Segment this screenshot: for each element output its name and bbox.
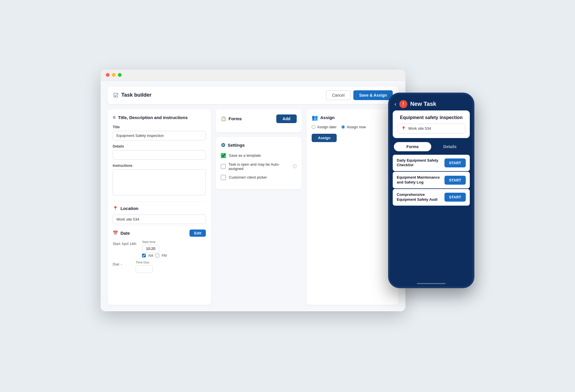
phone-form-item-1: Daily Equipment Safety Checklist START [393, 155, 470, 171]
traffic-light-red[interactable] [106, 73, 110, 77]
window-body: ☑ Task builder Cancel Save & Assign ≡ Ti… [101, 81, 405, 311]
ampm-row: AM PM [142, 254, 167, 258]
phone-back-button[interactable]: ‹ [394, 101, 396, 107]
auto-assign-checkbox[interactable] [221, 164, 226, 169]
location-input[interactable] [113, 215, 206, 224]
title-label: Title [113, 125, 206, 129]
app-header: ☑ Task builder Cancel Save & Assign [108, 86, 398, 104]
title-section-label: Title, Description and instructions [118, 115, 188, 120]
traffic-light-green[interactable] [118, 73, 122, 77]
settings-label: Settings [228, 143, 245, 148]
phone-form-start-2[interactable]: START [444, 176, 466, 185]
add-form-button[interactable]: Add [276, 114, 297, 123]
assign-button[interactable]: Assign [312, 134, 337, 142]
phone-tabs: Forms Details [393, 141, 470, 152]
location-icon: 📍 [113, 206, 118, 211]
phone-notch [420, 94, 443, 100]
am-label: AM [148, 254, 153, 258]
home-bar [417, 283, 446, 284]
start-label: Start: April 14th [113, 240, 136, 246]
phone-location-icon: 📍 [401, 126, 406, 131]
left-panel: ≡ Title, Description and instructions Ti… [108, 109, 211, 305]
window-titlebar [101, 70, 405, 81]
date-header-left: 📅 Date [113, 230, 130, 236]
settings-title: ⚙ Settings [221, 142, 297, 148]
auto-assign-row: Task is open and may be Auto-assigned ⓘ [221, 162, 297, 171]
phone-task-card: Equipment safety inspection 📍 Work site … [393, 110, 470, 138]
am-checkbox[interactable] [142, 254, 146, 257]
due-time-input[interactable] [136, 265, 153, 273]
phone-screen: ‹ ! New Task Equipment safety inspection… [390, 94, 473, 286]
title-section-icon: ≡ [113, 114, 116, 121]
instructions-label: Instructions [113, 164, 206, 168]
phone-form-start-3[interactable]: START [444, 193, 466, 202]
forms-label: Forms [229, 116, 242, 121]
phone-location-field[interactable]: 📍 Work site 534 [397, 124, 465, 133]
cancel-button[interactable]: Cancel [326, 90, 351, 100]
settings-panel: ⚙ Settings Save as a template Task is op… [216, 137, 302, 189]
forms-icon: 📋 [221, 116, 226, 121]
assign-later-radio[interactable] [312, 125, 315, 129]
info-icon: ⓘ [293, 164, 297, 169]
start-time-group: Start time AM PM [142, 240, 167, 258]
app-header-left: ☑ Task builder [113, 92, 152, 99]
save-template-label: Save as a template [229, 153, 261, 158]
assign-now-radio[interactable] [341, 125, 345, 129]
details-label: Details [113, 144, 206, 148]
phone-form-name-2: Equipment Maintenance and Safety Log [397, 175, 444, 185]
client-picker-checkbox[interactable] [221, 175, 226, 180]
phone-new-task-title: New Task [410, 101, 436, 107]
middle-column: 📋 Forms Add ⚙ Settings [216, 109, 302, 305]
assign-later-label: Assign later [317, 125, 337, 129]
date-label: Date [120, 231, 130, 236]
instructions-textarea[interactable] [113, 169, 206, 195]
traffic-light-yellow[interactable] [112, 73, 116, 77]
task-builder-icon: ☑ [113, 92, 118, 99]
location-label: Location [120, 206, 139, 211]
start-time-input[interactable] [142, 245, 159, 253]
main-grid: ≡ Title, Description and instructions Ti… [108, 109, 398, 305]
details-input[interactable] [113, 150, 206, 160]
scene: ☑ Task builder Cancel Save & Assign ≡ Ti… [101, 70, 474, 323]
phone-tab-forms[interactable]: Forms [394, 142, 431, 151]
pm-label: PM [162, 254, 167, 258]
phone-mockup: ‹ ! New Task Equipment safety inspection… [388, 93, 474, 288]
client-picker-row: Customer/ client picker [221, 175, 297, 180]
client-picker-label: Customer/ client picker [229, 175, 267, 179]
phone-form-item-3: Comprehensive Equipment Safety Audi STAR… [393, 189, 470, 206]
assign-icon: 👥 [312, 114, 318, 121]
date-edit-button[interactable]: Edit [189, 230, 206, 237]
assign-now-label: Assign now [347, 125, 366, 129]
phone-form-start-1[interactable]: START [444, 158, 466, 167]
forms-title: 📋 Forms [221, 116, 242, 121]
phone-form-item-2: Equipment Maintenance and Safety Log STA… [393, 172, 470, 188]
assign-later-option[interactable]: Assign later [312, 125, 337, 129]
assign-now-option[interactable]: Assign now [341, 125, 366, 129]
pm-checkbox[interactable] [156, 254, 159, 257]
phone-task-title: Equipment safety inspection [397, 115, 465, 120]
due-date-row: Due: - Time Due [113, 261, 206, 273]
settings-icon: ⚙ [221, 142, 225, 148]
phone-form-name-1: Daily Equipment Safety Checklist [397, 158, 444, 168]
forms-header: 📋 Forms Add [221, 114, 297, 123]
date-section-header: 📅 Date Edit [113, 230, 206, 237]
assign-header: 👥 Assign [312, 114, 393, 121]
phone-alert-icon: ! [399, 100, 407, 108]
assign-heading: Assign [320, 115, 335, 120]
assign-options: Assign later Assign now Assign [312, 125, 393, 142]
title-input[interactable] [113, 131, 206, 140]
save-template-checkbox[interactable] [221, 153, 226, 158]
start-time-label: Start time [142, 240, 167, 244]
phone-location-value: Work site 534 [408, 126, 431, 131]
phone-tab-details[interactable]: Details [431, 142, 469, 151]
instructions-form-group: Instructions [113, 164, 206, 196]
start-date-row: Start: April 14th Start time AM PM [113, 240, 206, 258]
auto-assign-label: Task is open and may be Auto-assigned [229, 162, 290, 171]
desktop-window: ☑ Task builder Cancel Save & Assign ≡ Ti… [101, 70, 405, 311]
save-assign-button[interactable]: Save & Assign [353, 90, 393, 100]
phone-forms-list: Daily Equipment Safety Checklist START E… [390, 152, 473, 281]
location-section-header: 📍 Location [113, 206, 206, 211]
date-icon: 📅 [113, 230, 118, 236]
date-section: 📅 Date Edit Start: April 14th Start time [113, 225, 206, 276]
details-form-group: Details [113, 144, 206, 160]
